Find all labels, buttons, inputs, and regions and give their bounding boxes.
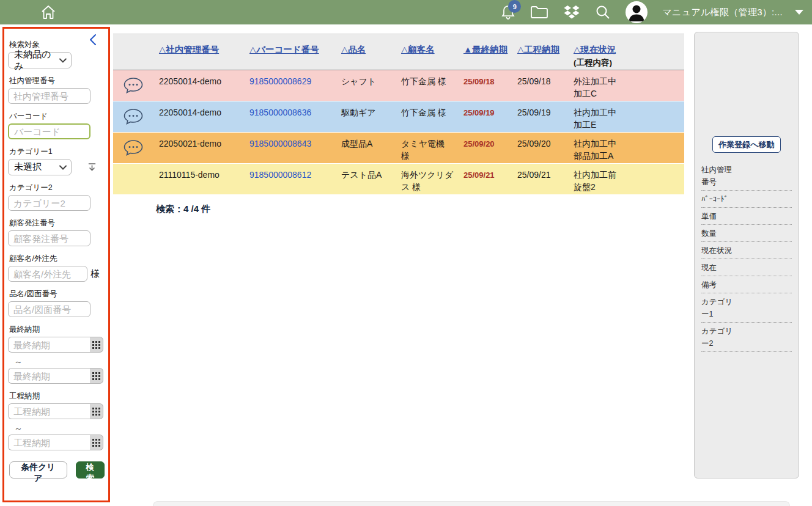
cell-status: 社内加工中部品加工A: [567, 133, 684, 163]
cell-process-due: 25/09/21: [511, 164, 567, 194]
table-row[interactable]: 22050014-demo 9185000008629 シャフト 竹下金属 様 …: [113, 70, 684, 101]
collapse-panel-icon[interactable]: [89, 34, 97, 48]
calendar-icon[interactable]: [90, 403, 103, 419]
detail-field-current-status: 現在状況: [701, 242, 792, 259]
comment-cell-empty: [113, 164, 153, 194]
notification-count-badge: 9: [508, 0, 521, 13]
customer-order-no-input[interactable]: [8, 230, 90, 246]
date-range-separator: ～: [14, 357, 105, 365]
search-filter-panel: 検索対象 未納品のみ 社内管理番号 バーコード カテゴリー1 未選択 カテゴリー…: [2, 27, 110, 502]
detail-field-current: 現在: [701, 259, 792, 276]
search-target-select[interactable]: 未納品のみ: [8, 52, 72, 68]
cell-status: 外注加工中加工C: [567, 70, 684, 101]
bottom-sheet-edge: [153, 501, 790, 506]
category1-label: カテゴリー1: [9, 147, 105, 157]
calendar-icon[interactable]: [90, 337, 103, 353]
calendar-icon[interactable]: [90, 435, 103, 450]
barcode-link[interactable]: 9185000008629: [249, 76, 311, 86]
category-expand-icon[interactable]: [87, 163, 97, 172]
detail-side-panel: 作業登録へ移動 社内管理番号 ﾊﾞｰｺｰﾄﾞ 単価 数量 現在状況 現在 備考 …: [694, 32, 799, 479]
table-header-row: △社内管理番号 △バーコード番号 △品名 △顧客名 ▲最終納期 △工程納期 △現…: [113, 34, 684, 70]
cell-customer: 竹下金属 様: [395, 70, 457, 101]
detail-field-category1: カテゴリー1: [701, 293, 792, 323]
final-due-from-input[interactable]: [8, 337, 90, 353]
cell-final-due: 25/09/19: [457, 101, 511, 132]
search-result-count: 検索：4 /4 件: [156, 204, 684, 215]
user-avatar[interactable]: [626, 1, 648, 23]
orders-table: △社内管理番号 △バーコード番号 △品名 △顧客名 ▲最終納期 △工程納期 △現…: [113, 34, 684, 215]
table-row[interactable]: 21110115-demo 9185000008612 テスト品A 海外ツクリダ…: [113, 164, 684, 195]
cell-control-no: 21110115-demo: [153, 164, 243, 194]
process-due-from-input[interactable]: [8, 403, 90, 419]
customer-order-no-label: 顧客発注番号: [9, 218, 105, 229]
cell-control-no: 22050014-demo: [153, 70, 243, 101]
menu-icon[interactable]: [10, 7, 24, 17]
chevron-down-icon[interactable]: [795, 10, 803, 15]
cell-product: テスト品A: [335, 164, 395, 194]
cell-control-no: 22050021-demo: [153, 133, 243, 163]
detail-field-category2: カテゴリー2: [701, 323, 792, 352]
dropbox-icon[interactable]: [563, 5, 580, 20]
clear-conditions-button[interactable]: 条件クリア: [9, 461, 67, 479]
cell-product: 成型品A: [335, 133, 395, 163]
table-row[interactable]: 22050021-demo 9185000008643 成型品A タミヤ電機 様…: [113, 133, 684, 164]
sort-internal-control-no[interactable]: △社内管理番号: [153, 34, 243, 70]
barcode-link[interactable]: 9185000008612: [249, 170, 311, 180]
product-name-input[interactable]: [8, 301, 90, 317]
go-to-work-registration-button[interactable]: 作業登録へ移動: [712, 136, 780, 153]
calendar-icon[interactable]: [90, 368, 103, 384]
cell-status: 社内加工中加工E: [567, 101, 684, 132]
date-range-separator: ～: [14, 424, 105, 432]
detail-field-remarks: 備考: [701, 276, 792, 293]
cell-product: シャフト: [335, 70, 395, 101]
sort-barcode-no[interactable]: △バーコード番号: [243, 34, 335, 70]
detail-field-control-no: 社内管理番号: [701, 161, 792, 191]
folder-icon[interactable]: [530, 5, 548, 20]
sort-final-due[interactable]: ▲最終納期: [457, 34, 511, 70]
sort-current-status[interactable]: △現在状況(工程内容): [567, 34, 684, 70]
detail-field-unit-price: 単価: [701, 208, 792, 225]
user-menu-label[interactable]: マニュアル権限（管理3）:...: [662, 7, 783, 18]
cell-control-no: 22050014-demo: [153, 101, 243, 132]
cell-customer: 海外ツクリダス 様: [395, 164, 457, 194]
cell-process-due: 25/09/20: [511, 133, 567, 163]
cell-final-due: 25/09/18: [457, 70, 511, 101]
comment-bubble-icon[interactable]: [113, 101, 153, 132]
sort-process-due[interactable]: △工程納期: [511, 34, 567, 70]
customer-name-label: 顧客名/外注先: [9, 254, 105, 264]
category2-input[interactable]: [8, 195, 90, 211]
process-due-to-input[interactable]: [8, 435, 90, 450]
barcode-link[interactable]: 9185000008643: [249, 139, 311, 148]
internal-control-no-input[interactable]: [8, 88, 90, 104]
product-name-label: 品名/図面番号: [9, 289, 105, 299]
final-due-label: 最終納期: [9, 324, 105, 335]
final-due-to-input[interactable]: [8, 368, 90, 384]
cell-process-due: 25/09/19: [511, 101, 567, 132]
category2-label: カテゴリー2: [9, 183, 105, 193]
category1-select[interactable]: 未選択: [8, 159, 72, 175]
comment-column-header: [113, 34, 153, 70]
barcode-link[interactable]: 9185000008636: [249, 108, 311, 117]
cell-product: 駆動ギア: [335, 101, 395, 132]
search-button[interactable]: 検索: [76, 461, 105, 479]
home-icon[interactable]: [40, 4, 56, 20]
barcode-input[interactable]: [8, 123, 90, 139]
top-navbar: 9 マニュアル権限（管理3）:...: [0, 0, 812, 24]
search-icon[interactable]: [595, 4, 611, 20]
cell-final-due: 25/09/20: [457, 133, 511, 163]
customer-name-input[interactable]: [8, 266, 87, 282]
process-due-label: 工程納期: [9, 391, 105, 402]
sort-customer-name[interactable]: △顧客名: [395, 34, 457, 70]
comment-bubble-icon[interactable]: [113, 133, 153, 163]
cell-status: 社内加工前旋盤2: [567, 164, 684, 194]
customer-honorific-suffix: 様: [90, 268, 100, 280]
comment-bubble-icon[interactable]: [113, 70, 153, 101]
cell-process-due: 25/09/18: [511, 70, 567, 101]
sort-product-name[interactable]: △品名: [335, 34, 395, 70]
table-row[interactable]: 22050014-demo 9185000008636 駆動ギア 竹下金属 様 …: [113, 101, 684, 133]
notifications-bell-icon[interactable]: 9: [501, 4, 515, 20]
detail-field-barcode: ﾊﾞｰｺｰﾄﾞ: [701, 191, 792, 208]
app-window: 9 マニュアル権限（管理3）:... 検索対象 未納品のみ: [0, 0, 812, 506]
cell-customer: 竹下金属 様: [395, 101, 457, 132]
detail-field-quantity: 数量: [701, 225, 792, 242]
